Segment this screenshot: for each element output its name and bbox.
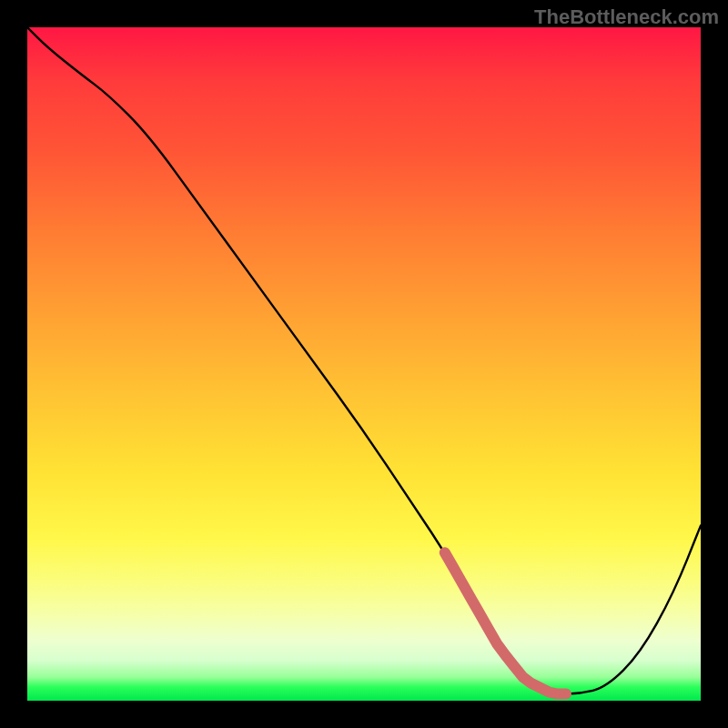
plot-area xyxy=(27,27,701,701)
bottleneck-curve xyxy=(27,27,701,694)
curve-svg xyxy=(27,27,701,701)
highlight-segment xyxy=(445,552,566,693)
watermark-text: TheBottleneck.com xyxy=(534,5,719,29)
chart-frame: TheBottleneck.com xyxy=(0,0,728,728)
